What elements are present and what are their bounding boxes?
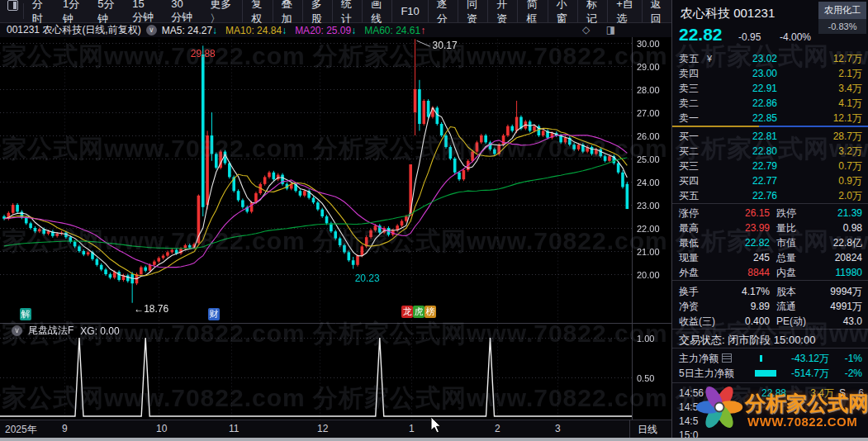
quote-row: 买四22.770.9万 <box>672 173 868 188</box>
tool-button-1[interactable]: 复权 <box>242 0 272 22</box>
quote-row: 卖四23.002.1万 <box>672 66 868 81</box>
app-window: 分时1分钟5分钟15分钟30分钟更多 〉 复权叠加多股统计画线F10逐分同资开资… <box>0 0 868 441</box>
industry-chip[interactable]: 农用化工 -0.83% <box>818 2 866 34</box>
industry-name: 农用化工 <box>818 2 866 19</box>
stat-row: 现量245总量20824 <box>672 250 868 265</box>
axis-month-label: 11 <box>229 423 239 434</box>
stat-row: 最低22.82市值22.8亿 <box>672 235 868 250</box>
view-tab-2[interactable]: 1分钟 <box>55 0 89 22</box>
quote-row: 买三22.790.7万 <box>672 159 868 173</box>
quote-panel: 农心科技 001231 农用化工 -0.83% 22.82 -0.95 -4.0… <box>671 0 868 441</box>
axis-month-label: 10 <box>156 423 167 434</box>
chevron-down-icon[interactable]: ∨ <box>146 25 157 36</box>
event-badge-解[interactable]: 解 <box>20 308 31 320</box>
divider <box>672 203 868 204</box>
last-price: 22.82 <box>679 25 723 45</box>
divider <box>672 348 868 349</box>
view-tab-1[interactable]: 分时 <box>24 0 55 22</box>
industry-change: -0.83% <box>818 19 866 34</box>
view-tab-3[interactable]: 5分钟 <box>89 0 124 22</box>
logo-site-url: WWW.70822.COM <box>747 415 857 429</box>
ma-label: MA20: 25.09↓ <box>295 25 356 36</box>
axis-month-label: 2 <box>495 423 500 434</box>
site-logo[interactable]: 分析家公式网 WWW.70822.COM <box>694 376 867 438</box>
main-chart-canvas[interactable] <box>0 37 671 420</box>
subchart-title: 尾盘战法F <box>28 324 74 338</box>
subchart-header: ∨ 尾盘战法F XG: 0.00 <box>12 324 120 338</box>
logo-site-name: 分析家公式网 <box>745 390 868 417</box>
axis-month-label: 1 <box>409 423 415 434</box>
tool-button-2[interactable]: 叠加 <box>273 0 302 22</box>
indicator-bar: 001231 农心科技(日线,前复权) ∨ MA5: 24.27↓MA10: 2… <box>0 23 671 37</box>
divider <box>672 329 868 330</box>
ask-bid-divider <box>672 126 868 127</box>
tool-button-11[interactable]: 小窗 <box>548 0 577 22</box>
event-badge-虎[interactable]: 虎 <box>413 306 425 318</box>
list-icon <box>722 353 732 363</box>
split-window-icon[interactable] <box>7 0 18 11</box>
ma-label: MA10: 24.84↓ <box>225 25 287 36</box>
tool-button-10[interactable]: 简框 <box>517 0 547 22</box>
tool-button-7[interactable]: 逐分 <box>428 0 458 22</box>
axis-month-label: 9 <box>62 423 68 434</box>
event-badge-榜[interactable]: 榜 <box>425 306 436 318</box>
stat-row: 净资9.89流通4991万 <box>672 299 868 314</box>
toolbar: 分时1分钟5分钟15分钟30分钟更多 〉 复权叠加多股统计画线F10逐分同资开资… <box>0 0 671 23</box>
divider <box>672 280 868 281</box>
stat-row: 外盘8844内盘11980 <box>672 265 868 280</box>
axis-divider <box>629 420 630 439</box>
view-tab-5[interactable]: 30分钟 <box>163 0 202 22</box>
quote-row: 买一22.8128.7万 <box>672 129 868 144</box>
tool-button-8[interactable]: 同资 <box>458 0 487 22</box>
tool-button-14[interactable]: 返回 <box>642 0 671 22</box>
ma-label: MA5: 24.27↓ <box>162 25 217 36</box>
stat-row: 涨停26.15跌停21.39 <box>672 206 868 220</box>
view-tab-4[interactable]: 15分钟 <box>124 0 163 22</box>
chevron-down-icon[interactable]: ∨ <box>12 325 22 336</box>
tool-button-12[interactable]: 标记 <box>577 0 607 22</box>
ma-values: MA5: 24.27↓MA10: 24.84↓MA20: 25.09↓MA60:… <box>162 25 434 36</box>
axis-month-label: 3 <box>555 423 561 434</box>
main-net-row: 主力净额-43.12万-1% <box>672 351 868 366</box>
tool-button-5[interactable]: 画线 <box>362 0 391 22</box>
symbol-title: 001231 农心科技(日线,前复权) <box>7 23 141 37</box>
stat-row: 最高23.99量比0.98 <box>672 220 868 235</box>
view-tab-6[interactable]: 更多 〉 <box>202 0 241 22</box>
quote-row: 买二22.803.2万 <box>672 144 868 159</box>
mouse-cursor <box>430 416 442 434</box>
quote-row: 卖五¥23.0212.7万 <box>672 51 868 66</box>
stat-row: 收益(三)0.400PE(动)43.0 <box>672 314 868 329</box>
window-edge-strip <box>0 438 868 441</box>
axis-month-label: 12 <box>317 423 328 434</box>
quote-row: 买五22.762.0万 <box>672 188 868 203</box>
stock-name-code: 农心科技 001231 <box>681 6 775 21</box>
axis-year-label: 2025年 <box>5 423 37 437</box>
tool-button-4[interactable]: 统计 <box>332 0 362 22</box>
flower-logo-icon <box>694 379 745 435</box>
time-axis: 2025年 9101112123 日线 <box>0 420 671 439</box>
ma-label: MA60: 24.61↑ <box>364 25 425 36</box>
tool-button-group: 复权叠加多股统计画线F10逐分同资开资简框小窗标记+自选返回 <box>242 0 671 22</box>
quote-row: 卖三22.913.4万 <box>672 81 868 96</box>
view-switch-group: 分时1分钟5分钟15分钟30分钟更多 〉 <box>24 0 242 22</box>
tool-button-9[interactable]: 开资 <box>487 0 517 22</box>
event-badge-龙[interactable]: 龙 <box>401 306 413 318</box>
price-change-pct: -4.00% <box>780 31 811 43</box>
event-badge-财[interactable]: 财 <box>208 308 220 320</box>
quote-row: 卖一22.8512.1万 <box>672 111 868 126</box>
trade-status: 交易状态: 闭市阶段 15:00:00 <box>679 333 815 348</box>
subchart-xg-value: XG: 0.00 <box>80 325 119 337</box>
quote-row: 卖二22.864.1万 <box>672 96 868 111</box>
stat-row: 换手4.17%股本9994万 <box>672 284 868 299</box>
chart-corner-icons[interactable]: ◇ ◨ <box>582 24 622 36</box>
tool-button-6[interactable]: F10 <box>391 0 427 22</box>
tool-button-3[interactable]: 多股 <box>302 0 332 22</box>
tool-button-13[interactable]: +自选 <box>607 0 642 22</box>
price-change: -0.95 <box>738 31 761 43</box>
period-selector[interactable]: 日线 <box>638 423 657 437</box>
